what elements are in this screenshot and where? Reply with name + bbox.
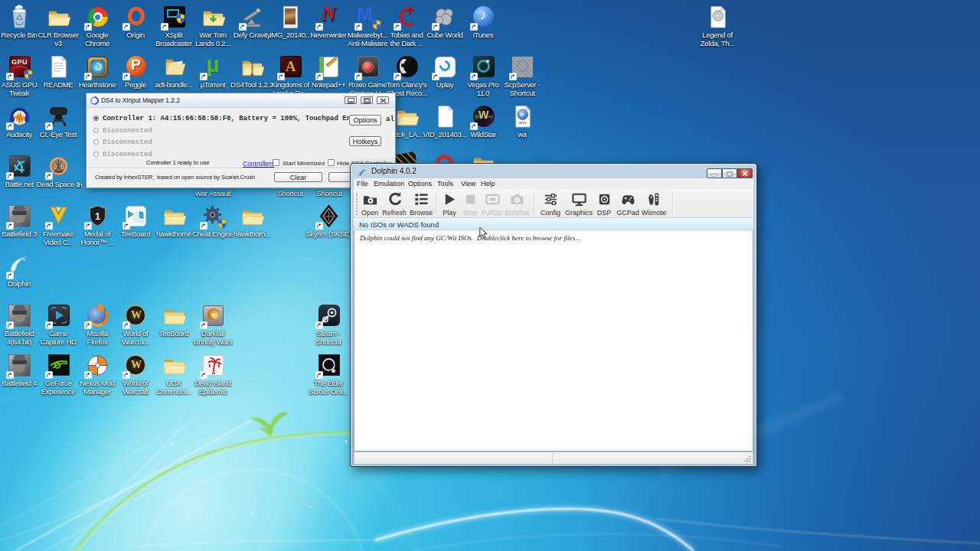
svg-text:1: 1 <box>94 211 100 222</box>
svg-text:wmv: wmv <box>518 121 527 125</box>
